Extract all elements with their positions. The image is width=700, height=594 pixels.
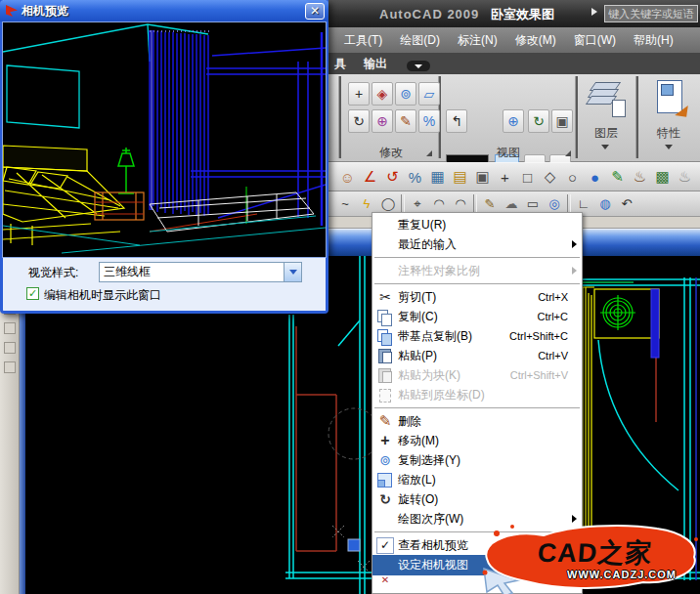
properties-icon[interactable] xyxy=(657,80,682,113)
search-input[interactable] xyxy=(604,5,698,22)
render-teapot-icon[interactable]: ♨ xyxy=(629,165,651,189)
menu-separator xyxy=(374,257,580,258)
menu-item-move[interactable]: 移动(M) xyxy=(372,431,582,450)
measure-icon[interactable]: ▤ xyxy=(449,165,471,189)
visual-style-value: 三维线框 xyxy=(104,264,151,280)
menu-item-scale[interactable]: 缩放(L) xyxy=(372,470,582,489)
globe-icon[interactable]: ◍ xyxy=(594,194,616,214)
teapot-icon[interactable]: ♨ xyxy=(674,165,696,189)
menu-separator xyxy=(374,407,580,408)
visual-style-dropdown[interactable]: 三维线框 xyxy=(99,262,302,282)
zoom-window-icon[interactable]: ⊕ xyxy=(503,109,524,133)
menu-item-paste-to-original-coords: 粘贴到原坐标(D) xyxy=(372,385,582,404)
menu-help[interactable]: 帮助(H) xyxy=(625,27,682,53)
paste-icon xyxy=(372,347,398,364)
orbit-icon[interactable]: + xyxy=(494,165,516,189)
scissors-icon xyxy=(372,288,398,306)
zoom-previous-icon[interactable]: ↰ xyxy=(446,109,467,133)
menu-item-copy-selection[interactable]: 复制选择(Y) xyxy=(372,450,582,470)
partial-icon xyxy=(372,575,398,583)
layers-icon[interactable] xyxy=(587,80,630,121)
move-icon[interactable]: + xyxy=(348,82,370,106)
ribbon-tab-partial[interactable]: 具 xyxy=(334,56,346,72)
paint-icon[interactable]: ✎ xyxy=(479,194,501,214)
sphere-icon[interactable]: ● xyxy=(584,165,606,189)
polyline-wave-icon[interactable]: ~ xyxy=(334,194,356,214)
orbit-icon[interactable]: ↻ xyxy=(528,109,549,133)
visual-style-label: 视觉样式: xyxy=(28,265,78,281)
menu-item-copy[interactable]: 复制(C) Ctrl+C xyxy=(372,307,582,326)
copy-icon[interactable]: ⊚ xyxy=(395,82,416,106)
checkmark-icon xyxy=(376,537,394,554)
context-menu: 重复U(R) 最近的输入 注释性对象比例 剪切(T) Ctrl+X 复制(C) … xyxy=(372,212,583,594)
rotate-red-icon[interactable]: ↺ xyxy=(381,165,404,189)
camera-icon[interactable]: ▣ xyxy=(471,165,494,189)
rect-icon[interactable]: ▭ xyxy=(522,194,544,214)
menu-item-rotate[interactable]: 旋转(O) xyxy=(372,489,582,509)
pump-icon[interactable]: ⌖ xyxy=(407,194,428,214)
circles-icon[interactable]: ◎ xyxy=(544,194,565,214)
light-angle-icon[interactable]: ∠ xyxy=(359,165,381,189)
close-icon[interactable]: ✕ xyxy=(305,3,325,20)
properties-dropdown-icon[interactable] xyxy=(665,145,673,149)
paint-brush-icon[interactable]: ✎ xyxy=(606,165,629,189)
lightning-icon[interactable]: ϟ xyxy=(356,194,377,214)
paste-coords-icon xyxy=(372,386,398,403)
chevron-down-icon[interactable] xyxy=(284,263,301,281)
cube-icon[interactable]: □ xyxy=(516,165,539,189)
menu-item-erase[interactable]: 删除 xyxy=(372,411,582,431)
camera-preview-viewport[interactable] xyxy=(2,21,327,258)
menu-dimension[interactable]: 标注(N) xyxy=(449,27,506,53)
ribbon-more-button[interactable] xyxy=(407,61,430,71)
menu-item-copy-with-base-point[interactable]: 带基点复制(B) Ctrl+Shift+C xyxy=(372,326,582,346)
menu-item-recent-input[interactable]: 最近的输入 xyxy=(372,234,582,254)
camera-preview-dialog: 相机预览 ✕ xyxy=(0,0,328,314)
paste-block-icon xyxy=(372,366,398,384)
dialog-titlebar[interactable]: 相机预览 ✕ xyxy=(0,0,328,21)
scale-percent-icon[interactable]: % xyxy=(404,165,426,189)
rotate-3d-icon[interactable]: ◈ xyxy=(372,82,393,106)
menu-tools[interactable]: 工具(T) xyxy=(335,27,391,53)
menu-draw[interactable]: 绘图(D) xyxy=(391,27,449,53)
panel-label-modify: 修改 xyxy=(379,145,403,161)
mirror-icon[interactable]: ▱ xyxy=(418,82,440,106)
menu-item-paste-as-block: 粘贴为块(K) Ctrl+Shift+V xyxy=(372,365,582,385)
diamond-icon[interactable]: ◇ xyxy=(539,165,561,189)
show-window-row: ✓ 编辑相机时显示此窗口 xyxy=(3,286,326,306)
camera-preview-icon xyxy=(6,5,18,17)
arc-icon[interactable]: ◠ xyxy=(428,194,450,214)
array-icon[interactable]: ▦ xyxy=(426,165,449,189)
menu-item-draw-order[interactable]: 绘图次序(W) xyxy=(372,509,582,529)
ucs-icon[interactable]: ∟ xyxy=(573,194,594,214)
panel-label-view: 视图 xyxy=(497,145,520,161)
quick-circle-icon[interactable]: ◯ xyxy=(377,194,399,214)
camera-icon[interactable]: ▣ xyxy=(551,109,573,133)
ribbon-tab-output[interactable]: 输出 xyxy=(364,56,387,72)
show-window-checkbox[interactable]: ✓ xyxy=(26,287,39,300)
panel-expand-icon[interactable] xyxy=(565,150,571,156)
menu-window[interactable]: 窗口(W) xyxy=(565,27,625,53)
rotate-icon[interactable]: ↻ xyxy=(348,109,370,133)
undo-icon[interactable]: ↶ xyxy=(616,194,637,214)
menu-item-cut[interactable]: 剪切(T) Ctrl+X xyxy=(372,287,582,307)
menu-item-set-camera-view[interactable]: 设定相机视图 xyxy=(372,555,582,575)
hexagon-icon[interactable]: ○ xyxy=(561,165,584,189)
menu-item-annotative-scale: 注释性对象比例 xyxy=(372,261,582,280)
search-flyout-icon[interactable] xyxy=(591,8,597,16)
scale-icon[interactable]: % xyxy=(418,109,440,133)
menu-item-paste[interactable]: 粘贴(P) Ctrl+V xyxy=(372,346,582,365)
toolbar-separator xyxy=(567,194,571,214)
align-3d-icon[interactable]: ⊕ xyxy=(372,109,393,133)
landscape-icon[interactable]: ▩ xyxy=(651,165,674,189)
layers-dropdown-icon[interactable] xyxy=(601,145,609,149)
panel-expand-icon[interactable] xyxy=(426,150,432,156)
materials-icon[interactable]: ☺ xyxy=(336,165,359,189)
erase-icon[interactable]: ✎ xyxy=(395,109,416,133)
scale-icon xyxy=(372,471,398,488)
cloud-icon[interactable]: ☁ xyxy=(501,194,522,214)
menu-item-repeat[interactable]: 重复U(R) xyxy=(372,215,582,234)
menu-item-view-camera-preview[interactable]: 查看相机预览 xyxy=(372,535,582,555)
arc-icon[interactable]: ◠ xyxy=(450,194,471,214)
submenu-arrow-icon xyxy=(572,267,577,275)
menu-modify[interactable]: 修改(M) xyxy=(506,27,565,53)
